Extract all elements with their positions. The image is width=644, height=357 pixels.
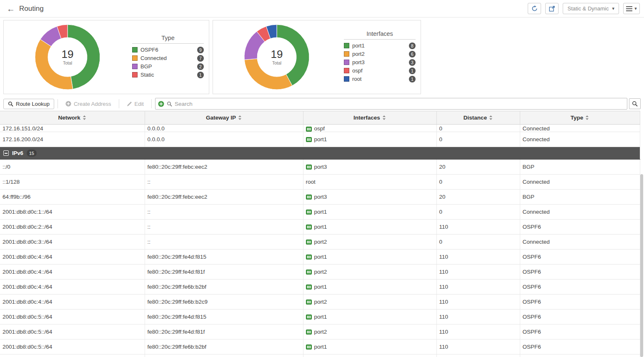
network-cell: 2001:db8:d0c:2::/64	[0, 220, 145, 235]
network-value: 2001:db8:d0c:4::/64	[3, 284, 52, 290]
donut-chart[interactable]	[241, 22, 312, 92]
toolbar-divider	[58, 99, 58, 108]
gateway-value: fe80::20c:29ff:fe6b:b2bf	[148, 284, 207, 290]
interface-cell: port2	[303, 235, 436, 250]
gateway-value: fe80::20c:29ff:fe4d:f81f	[148, 329, 205, 335]
legend-count-badge: 1	[409, 76, 416, 82]
network-value: 2001:db8:d0c:4::/64	[3, 254, 52, 260]
back-arrow-icon[interactable]: ←	[7, 5, 15, 13]
topbar-actions: Static & Dynamic ▾ ▾	[528, 3, 640, 14]
legend-item: ospf 1	[344, 67, 416, 74]
table-row[interactable]: 64:ff9b::/96 fe80::20c:29ff:febc:eec2 po…	[0, 190, 640, 205]
interface-value: port2	[314, 269, 327, 275]
interface-port-icon	[306, 127, 312, 132]
table-row[interactable]: 2001:db8:d0c:5::/64 fe80::20c:29ff:fe4d:…	[0, 310, 640, 325]
route-type-value: OSPF6	[523, 254, 541, 260]
interface-port-icon	[306, 330, 312, 335]
distance-value: 110	[439, 329, 449, 335]
gateway-value: ::	[148, 239, 151, 245]
table-row[interactable]: 172.16.200.0/24 0.0.0.0 port1 0 Connecte…	[0, 132, 640, 147]
table-row[interactable]: 172.16.151.0/24 0.0.0.0 ospf 0 Connected	[0, 125, 640, 132]
toolbar-divider	[119, 99, 119, 108]
table-row[interactable]: 2001:db8:d0c:5::/64 fe80::20c:29ff:fe4d:…	[0, 325, 640, 340]
column-header-gateway-ip[interactable]: Gateway IP	[145, 111, 303, 125]
vertical-scrollbar[interactable]	[640, 174, 643, 357]
interface-cell: port1	[303, 280, 436, 295]
network-cell: 2001:db8:d0c:5::/64	[0, 340, 145, 355]
route-type-chart-panel: 19 Total Type OSPF6 9 Connected 7 BGP 2 …	[3, 20, 209, 94]
type-cell: Connected	[520, 205, 640, 220]
table-row[interactable]: 2001:db8:d0c:4::/64 fe80::20c:29ff:fe4d:…	[0, 250, 640, 265]
interface-port-icon	[306, 210, 312, 215]
table-row[interactable]: 2001:db8:d0c:1::/64 :: port1 0 Connected	[0, 205, 640, 220]
interface-port-icon	[306, 285, 312, 290]
table-row[interactable]: 2001:db8:d0c:5::/64 fe80::20c:29ff:fe6b:…	[0, 340, 640, 355]
collapse-section-icon[interactable]	[3, 150, 9, 156]
distance-value: 110	[439, 344, 449, 350]
legend-item: OSPF6 9	[132, 47, 204, 53]
table-section-row[interactable]: IPv6 15	[0, 147, 640, 160]
table-row[interactable]: 2001:db8:d0c:4::/64 fe80::20c:29ff:fe6b:…	[0, 280, 640, 295]
interface-port-icon	[306, 225, 312, 230]
donut-chart[interactable]	[32, 22, 103, 92]
refresh-button[interactable]	[528, 3, 541, 14]
interface-cell: port2	[303, 265, 436, 280]
distance-cell: 110	[436, 340, 520, 355]
legend-swatch	[132, 55, 138, 61]
column-header-interfaces[interactable]: Interfaces	[303, 111, 436, 125]
network-cell: 2001:db8:d0c:4::/64	[0, 265, 145, 280]
table-row[interactable]: ::/0 fe80::20c:29ff:febc:eec2 port3 20 B…	[0, 160, 640, 175]
interface-value: port1	[314, 136, 327, 142]
legend-count-badge: 7	[197, 55, 204, 62]
route-type-value: OSPF6	[523, 269, 541, 275]
network-cell: 172.16.151.0/24	[0, 125, 145, 132]
circle-plus-icon[interactable]	[158, 101, 164, 107]
column-header-network[interactable]: Network	[0, 111, 145, 125]
gateway-cell: 0.0.0.0	[145, 132, 303, 147]
network-cell: 172.16.200.0/24	[0, 132, 145, 147]
interface-value: port3	[314, 164, 327, 170]
table-row[interactable]: 2001:db8:d0c:4::/64 fe80::20c:29ff:fe6b:…	[0, 295, 640, 310]
route-mode-dropdown[interactable]: Static & Dynamic ▾	[563, 3, 619, 14]
table-toolbar: Route Lookup Create Address Edit	[0, 97, 644, 111]
gateway-value: ::	[148, 224, 151, 230]
distance-value: 110	[439, 314, 449, 320]
interface-cell: port2	[303, 295, 436, 310]
interface-cell: port1	[303, 205, 436, 220]
interface-cell: port1	[303, 310, 436, 325]
hamburger-menu-button[interactable]: ▾	[623, 3, 640, 14]
table-row[interactable]: 2001:db8:d0c:4::/64 fe80::20c:29ff:fe4d:…	[0, 265, 640, 280]
gateway-value: fe80::20c:29ff:fe4d:f81f	[148, 269, 205, 275]
interface-port-icon	[306, 255, 312, 260]
external-link-icon	[549, 5, 555, 12]
route-type-value: Connected	[523, 136, 550, 142]
search-input[interactable]	[175, 101, 624, 107]
network-value: 2001:db8:d0c:5::/64	[3, 344, 52, 350]
interface-cell: port1	[303, 340, 436, 355]
column-header-distance[interactable]: Distance	[436, 111, 520, 125]
network-cell: 2001:db8:d0c:4::/64	[0, 280, 145, 295]
legend-count-badge: 1	[409, 67, 416, 74]
network-value: ::/0	[3, 164, 10, 170]
table-row[interactable]: 2001:db8:d0c:2::/64 :: port1 110 OSPF6	[0, 220, 640, 235]
route-lookup-button[interactable]: Route Lookup	[3, 99, 54, 109]
network-cell: 2001:db8:d0c:3::/64	[0, 235, 145, 250]
table-row[interactable]: ::1/128 :: root 0 Connected	[0, 175, 640, 190]
legend-label: port1	[352, 42, 365, 49]
legend-label: ospf	[352, 67, 363, 74]
route-type-value: Connected	[523, 179, 550, 185]
gateway-cell: fe80::20c:29ff:fe4d:f815	[145, 250, 303, 265]
create-address-button[interactable]: Create Address	[61, 99, 115, 109]
column-header-type[interactable]: Type	[520, 111, 640, 125]
gateway-value: 0.0.0.0	[148, 136, 165, 142]
distance-cell: 110	[436, 250, 520, 265]
table-row[interactable]: 2001:db8:d0c:3::/64 :: port2 0 Connected	[0, 235, 640, 250]
pop-out-button[interactable]	[545, 3, 559, 14]
search-submit-button[interactable]	[629, 98, 641, 109]
edit-button[interactable]: Edit	[123, 99, 148, 109]
distance-value: 110	[439, 284, 449, 290]
search-icon	[8, 101, 13, 107]
legend-title: Interfaces	[344, 30, 416, 40]
interface-cell: port1	[303, 132, 436, 147]
table-row[interactable]: 2001:db8:d0c:5::/64 fe80::20c:29ff:fe6b:…	[0, 355, 640, 357]
